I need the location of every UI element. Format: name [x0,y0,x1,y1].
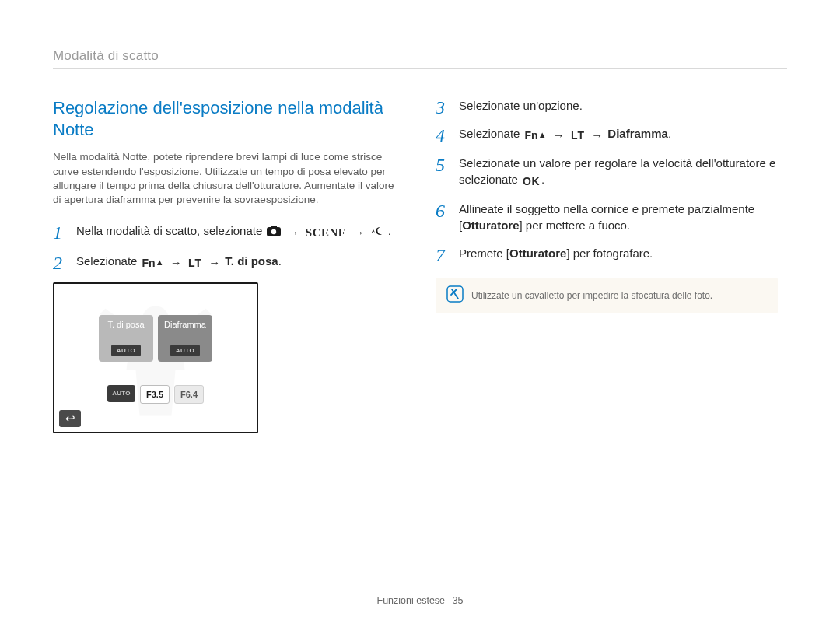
left-column: Regolazione dell'esposizione nella modal… [53,97,395,433]
arrow-icon: → [353,224,365,241]
scene-icon: SCENE [306,225,347,242]
fn-up-icon: Fn▲ [525,128,547,143]
aperture-selected[interactable]: F3.5 [140,385,170,404]
step-number: 4 [436,122,445,149]
fn-up-icon: Fn▲ [142,255,164,271]
step-4: 4 Selezionate Fn▲ → LT → Diaframma. [436,125,778,144]
step-7: 7 Premete [Otturatore] per fotografare. [436,245,778,262]
night-moon-icon [371,224,383,241]
camera-icon [267,224,281,241]
step-text-end: . [278,254,282,268]
lt-icon: LT [571,128,585,143]
step-text: Premete [ [459,247,509,260]
note-text: Utilizzate un cavalletto per impedire la… [471,290,712,301]
aperture-auto[interactable]: AUTO [107,385,135,402]
step-text: Selezionate [459,127,523,140]
step-text-end: ] per fotografare. [566,247,653,260]
back-button[interactable]: ↩ [59,410,81,427]
aperture-values: AUTO F3.5 F6.4 [107,385,204,404]
step-text: Selezionate un'opzione. [459,99,583,112]
option-aperture[interactable]: Diaframma AUTO [158,315,212,362]
step-text: Selezionate un valore per regolare la ve… [459,156,775,187]
step-text-end: ] per mettere a fuoco. [520,219,631,232]
step-text-end: . [541,173,544,186]
step-6: 6 Allineate il soggetto nella cornice e … [436,201,778,235]
option-value: AUTO [170,345,201,356]
option-value: AUTO [111,345,142,356]
footer-label: Funzioni estese [377,595,446,606]
section-title: Regolazione dell'esposizione nella modal… [53,97,395,141]
footer: Funzioni estese 35 [0,595,840,606]
option-label: Diaframma [164,320,206,329]
svg-rect-1 [271,226,277,228]
info-icon [446,285,464,306]
step-number: 2 [53,250,62,277]
step-text: Nella modalità di scatto, selezionate [76,224,265,237]
page-number: 35 [453,595,464,606]
note-box: Utilizzate un cavalletto per impedire la… [436,278,778,313]
aperture-alt[interactable]: F6.4 [174,385,204,404]
step-bold: Otturatore [462,219,519,232]
step-bold: Otturatore [509,247,566,260]
step-3: 3 Selezionate un'opzione. [436,97,778,114]
step-2: 2 Selezionate Fn▲ → LT → T. di posa. [53,253,395,271]
content-columns: Regolazione dell'esposizione nella modal… [53,97,787,433]
step-1: 1 Nella modalità di scatto, selezionate … [53,222,395,242]
step-bold: Diaframma [607,127,668,140]
step-text-end: . [388,224,391,237]
step-number: 3 [436,94,445,121]
step-text-end: . [668,127,671,140]
step-number: 7 [436,242,445,269]
lt-icon: LT [188,255,202,271]
ok-icon: OK [523,173,540,189]
back-icon: ↩ [65,412,75,426]
arrow-icon: → [208,254,220,271]
device-screenshot: T. di posa AUTO Diaframma AUTO AUTO F3.5… [53,282,258,433]
intro-paragraph: Nella modalità Notte, potete riprendere … [53,150,395,207]
breadcrumb: Modalità di scatto [53,48,787,69]
svg-point-2 [271,229,276,234]
option-shutter-time[interactable]: T. di posa AUTO [99,315,153,362]
step-number: 5 [436,152,445,179]
arrow-icon: → [288,224,299,241]
option-row: T. di posa AUTO Diaframma AUTO [99,315,212,362]
page: Modalità di scatto Regolazione dell'espo… [0,0,840,634]
right-column: 3 Selezionate un'opzione. 4 Selezionate … [436,97,778,433]
arrow-icon: → [170,254,182,271]
step-bold: T. di posa [225,254,278,268]
step-number: 1 [53,219,62,247]
arrow-icon: → [591,127,603,144]
step-number: 6 [436,198,445,225]
step-5: 5 Selezionate un valore per regolare la … [436,155,778,190]
arrow-icon: → [553,127,565,144]
option-label: T. di posa [107,320,144,329]
step-text: Selezionate [76,254,141,268]
